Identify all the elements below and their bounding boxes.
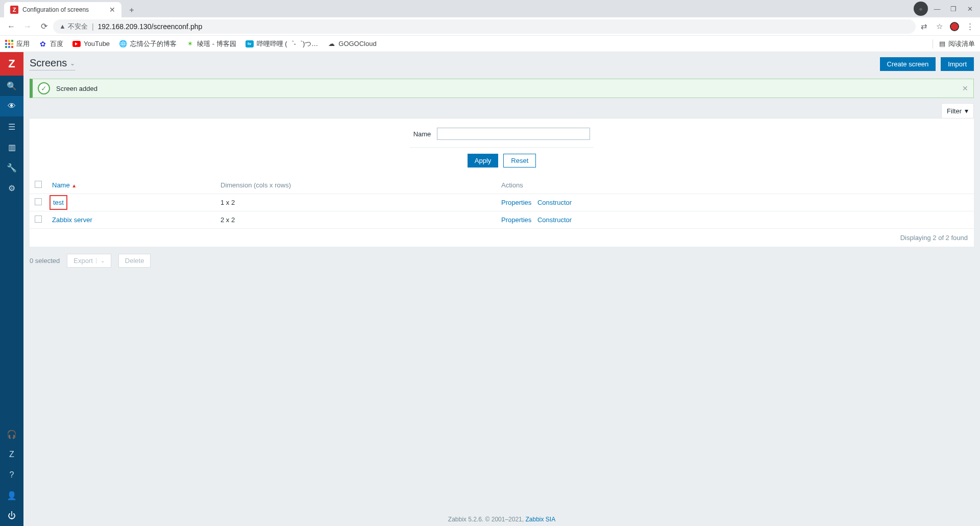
import-button[interactable]: Import: [941, 57, 974, 71]
sidebar-monitoring[interactable]: 👁: [0, 96, 23, 116]
sidebar-share[interactable]: Z: [0, 444, 23, 465]
menu-icon[interactable]: ⋮: [964, 20, 976, 33]
select-all-checkbox[interactable]: [35, 181, 42, 188]
reset-button[interactable]: Reset: [503, 154, 536, 168]
incognito-icon: ●: [914, 2, 928, 16]
col-dimension[interactable]: Dimension (cols x rows): [215, 177, 496, 194]
new-tab-button[interactable]: +: [125, 3, 139, 17]
back-button[interactable]: ←: [4, 19, 18, 34]
sidebar-config[interactable]: 🔧: [0, 157, 23, 178]
col-name[interactable]: Name ▲: [47, 177, 215, 194]
reload-button[interactable]: ⟳: [37, 19, 51, 34]
minimize-button[interactable]: —: [930, 2, 944, 16]
filter-toggle[interactable]: Filter ▾: [941, 103, 974, 118]
close-window-button[interactable]: ✕: [963, 2, 977, 16]
page-title[interactable]: Screens ⌄: [30, 57, 75, 70]
bookmark-youtube[interactable]: YouTube: [72, 40, 110, 47]
filter-divider: [410, 147, 594, 148]
chevron-down-icon: ⌄: [96, 258, 105, 264]
globe-icon: ✶: [186, 40, 194, 48]
zabbix-sia-link[interactable]: Zabbix SIA: [525, 516, 555, 523]
properties-link[interactable]: Properties: [501, 199, 531, 206]
browser-titlebar: Z Configuration of screens ✕ + ● — ❐ ✕: [0, 0, 980, 17]
constructor-link[interactable]: Constructor: [537, 216, 572, 224]
filter-panel: Name Apply Reset: [30, 118, 974, 177]
bulk-actions: 0 selected Export ⌄ Delete: [23, 247, 980, 275]
success-alert: ✓ Screen added ✕: [30, 79, 974, 98]
bookmark-bar: 应用 ✿百度 YouTube 🌐忘情公子的博客 ✶绫瑶 - 博客园 tv哔哩哔哩…: [0, 36, 980, 52]
sidebar: Z 🔍 👁 ☰ ▥ 🔧 ⚙ 🎧 Z ? 👤 ⏻: [0, 52, 23, 526]
maximize-button[interactable]: ❐: [946, 2, 961, 16]
globe-icon: 🌐: [119, 40, 127, 48]
sidebar-support[interactable]: 🎧: [0, 424, 23, 444]
user-icon: 👤: [7, 491, 17, 500]
export-button[interactable]: Export ⌄: [67, 254, 111, 268]
forward-button[interactable]: →: [20, 19, 35, 34]
table-footer: Displaying 2 of 2 found: [30, 229, 974, 247]
screen-link[interactable]: test: [52, 198, 65, 207]
properties-link[interactable]: Properties: [501, 216, 531, 224]
selected-count: 0 selected: [30, 257, 60, 265]
insecure-icon[interactable]: ▲ 不安全: [59, 22, 88, 31]
table-row: Zabbix server 2 x 2 Properties Construct…: [30, 211, 974, 229]
help-icon: ?: [10, 470, 14, 480]
browser-tab[interactable]: Z Configuration of screens ✕: [4, 2, 121, 17]
sidebar-admin[interactable]: ⚙: [0, 178, 23, 198]
page-header: Screens ⌄ Create screen Import: [23, 52, 980, 76]
zabbix-logo-icon[interactable]: Z: [0, 52, 23, 76]
reading-list-icon: ▤: [939, 40, 945, 47]
address-input[interactable]: ▲ 不安全 | 192.168.209.130/screenconf.php: [53, 19, 916, 34]
sort-asc-icon: ▲: [71, 183, 77, 188]
bookmark-baidu[interactable]: ✿百度: [39, 39, 63, 49]
sidebar-user[interactable]: 👤: [0, 485, 23, 506]
baidu-icon: ✿: [39, 40, 47, 48]
apps-button[interactable]: 应用: [5, 39, 30, 49]
delete-button[interactable]: Delete: [118, 254, 151, 268]
search-icon: 🔍: [7, 81, 17, 91]
filter-name-input[interactable]: [437, 128, 590, 140]
apps-icon: [5, 40, 13, 48]
bookmark-gogocloud[interactable]: ☁GOGOCloud: [327, 40, 376, 48]
create-screen-button[interactable]: Create screen: [880, 57, 936, 71]
funnel-icon: ▾: [965, 107, 968, 115]
bookmark-bilibili[interactable]: tv哔哩哔哩 (゜-゜)つ…: [246, 39, 318, 49]
bookmark-blog2[interactable]: ✶绫瑶 - 博客园: [186, 39, 236, 49]
url-text: 192.168.209.130/screenconf.php: [98, 22, 203, 31]
dimension-cell: 2 x 2: [215, 211, 496, 229]
sidebar-signout[interactable]: ⏻: [0, 506, 23, 526]
alert-text: Screen added: [56, 85, 97, 92]
tab-favicon-icon: Z: [10, 6, 18, 14]
filter-name-label: Name: [413, 130, 431, 138]
col-actions: Actions: [496, 177, 974, 194]
constructor-link[interactable]: Constructor: [537, 199, 572, 206]
row-checkbox[interactable]: [35, 216, 42, 223]
chevron-down-icon: ⌄: [70, 60, 75, 67]
sidebar-help[interactable]: ?: [0, 465, 23, 485]
chart-icon: ▥: [8, 142, 16, 152]
window-controls: ● — ❐ ✕: [914, 0, 980, 17]
sidebar-reports[interactable]: ▥: [0, 137, 23, 157]
eye-icon: 👁: [8, 102, 16, 111]
share-icon: Z: [9, 450, 14, 459]
bookmark-blog1[interactable]: 🌐忘情公子的博客: [119, 39, 177, 49]
cloud-icon: ☁: [327, 40, 335, 48]
apply-button[interactable]: Apply: [468, 154, 499, 168]
headset-icon: 🎧: [7, 429, 17, 439]
screens-table: Name ▲ Dimension (cols x rows) Actions t…: [30, 177, 974, 229]
power-icon: ⏻: [8, 511, 16, 520]
screen-link[interactable]: Zabbix server: [52, 216, 92, 224]
reading-list-button[interactable]: 阅读清单: [948, 39, 975, 49]
tab-close-icon[interactable]: ✕: [109, 6, 115, 14]
app-root: Z 🔍 👁 ☰ ▥ 🔧 ⚙ 🎧 Z ? 👤 ⏻ Screens ⌄ Create…: [0, 52, 980, 526]
sidebar-inventory[interactable]: ☰: [0, 116, 23, 137]
page-footer: Zabbix 5.2.6. © 2001–2021, Zabbix SIA: [23, 516, 980, 523]
row-checkbox[interactable]: [35, 198, 42, 205]
list-icon: ☰: [8, 122, 15, 132]
translate-icon[interactable]: ⇄: [918, 20, 930, 33]
extension-ladybug-icon[interactable]: [948, 20, 961, 33]
bookmark-star-icon[interactable]: ☆: [933, 20, 945, 33]
alert-close-icon[interactable]: ✕: [962, 84, 968, 92]
wrench-icon: 🔧: [7, 163, 17, 173]
sidebar-search[interactable]: 🔍: [0, 76, 23, 96]
check-circle-icon: ✓: [38, 82, 50, 94]
